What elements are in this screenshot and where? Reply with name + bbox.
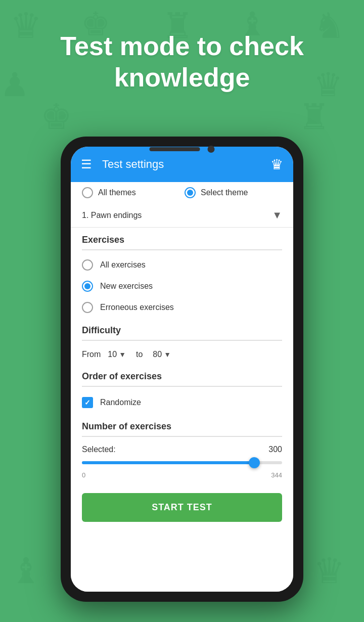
select-theme-radio[interactable] xyxy=(185,187,196,198)
selected-row: Selected: 300 xyxy=(82,445,282,454)
randomize-label: Randomize xyxy=(100,398,141,407)
start-test-button[interactable]: START TEST xyxy=(82,493,282,522)
slider-min-label: 0 xyxy=(82,471,85,479)
to-label: to xyxy=(136,350,143,359)
slider-range-row: 0 344 xyxy=(82,471,282,479)
to-value: 80 xyxy=(153,350,162,359)
all-themes-label: All themes xyxy=(98,188,136,197)
dropdown-arrow-icon: ▼ xyxy=(272,209,282,221)
all-themes-option[interactable]: All themes xyxy=(82,187,179,198)
phone-speaker xyxy=(150,147,200,151)
number-section-title: Number of exercises xyxy=(71,414,293,436)
new-exercises-radio[interactable] xyxy=(82,281,93,292)
slider-track[interactable] xyxy=(82,461,282,464)
select-theme-radio-dot xyxy=(187,190,193,196)
phone-device: ☰ Test settings ♛ All themes xyxy=(61,137,303,602)
slider-thumb[interactable] xyxy=(249,457,260,468)
from-label: From xyxy=(82,350,101,359)
selected-value: 300 xyxy=(268,445,282,454)
to-arrow-icon: ▼ xyxy=(164,350,171,359)
all-themes-radio[interactable] xyxy=(82,187,93,198)
app-logo-icon[interactable]: ♛ xyxy=(270,156,283,173)
start-button-container: START TEST xyxy=(71,486,293,531)
new-exercises-item[interactable]: New exercises xyxy=(71,276,293,297)
phone-screen: ☰ Test settings ♛ All themes xyxy=(71,147,293,592)
from-value: 10 xyxy=(108,350,117,359)
page-header-title: Test mode to check knowledge xyxy=(0,30,364,94)
theme-dropdown-value: 1. Pawn endings xyxy=(82,211,272,220)
from-dropdown[interactable]: 10 ▼ xyxy=(108,350,126,359)
phone-outer-shell: ☰ Test settings ♛ All themes xyxy=(61,137,303,602)
app-bar-title: Test settings xyxy=(102,158,270,171)
exercises-section-title: Exercises xyxy=(71,228,293,249)
phone-camera xyxy=(208,146,215,153)
phone-notch xyxy=(150,146,215,153)
difficulty-section-title: Difficulty xyxy=(71,318,293,340)
all-exercises-label: All exercises xyxy=(100,260,146,270)
screen-content: All themes Select theme 1. Pawn endings … xyxy=(71,182,293,592)
erroneous-exercises-item[interactable]: Erroneous exercises xyxy=(71,297,293,318)
select-theme-option[interactable]: Select theme xyxy=(185,187,282,198)
slider-max-label: 344 xyxy=(271,471,282,479)
slider-section: Selected: 300 0 344 xyxy=(71,441,293,486)
theme-dropdown-row[interactable]: 1. Pawn endings ▼ xyxy=(71,203,293,228)
order-section-title: Order of exercises xyxy=(71,364,293,386)
number-divider xyxy=(82,436,282,437)
difficulty-divider xyxy=(82,340,282,341)
all-exercises-radio[interactable] xyxy=(82,259,93,271)
erroneous-exercises-radio[interactable] xyxy=(82,302,93,313)
slider-fill xyxy=(82,461,254,464)
randomize-checkbox[interactable]: ✓ xyxy=(82,397,93,408)
from-arrow-icon: ▼ xyxy=(119,350,126,359)
menu-icon[interactable]: ☰ xyxy=(81,157,92,171)
select-theme-label: Select theme xyxy=(201,188,248,197)
checkmark-icon: ✓ xyxy=(84,398,90,407)
chess-piece-9: ♜ xyxy=(298,96,330,138)
new-exercises-label: New exercises xyxy=(100,282,153,291)
difficulty-row: From 10 ▼ to 80 ▼ xyxy=(71,345,293,364)
chess-piece-13: ♛ xyxy=(313,550,345,592)
all-exercises-item[interactable]: All exercises xyxy=(71,254,293,276)
chess-piece-10: ♝ xyxy=(10,550,42,592)
exercises-divider xyxy=(82,249,282,250)
theme-radio-row: All themes Select theme xyxy=(71,182,293,203)
order-divider xyxy=(82,386,282,387)
chess-piece-8: ♚ xyxy=(40,96,72,138)
to-dropdown[interactable]: 80 ▼ xyxy=(153,350,171,359)
erroneous-exercises-label: Erroneous exercises xyxy=(100,303,174,312)
randomize-row[interactable]: ✓ Randomize xyxy=(71,391,293,414)
selected-label: Selected: xyxy=(82,445,116,454)
new-exercises-radio-dot xyxy=(84,283,90,289)
